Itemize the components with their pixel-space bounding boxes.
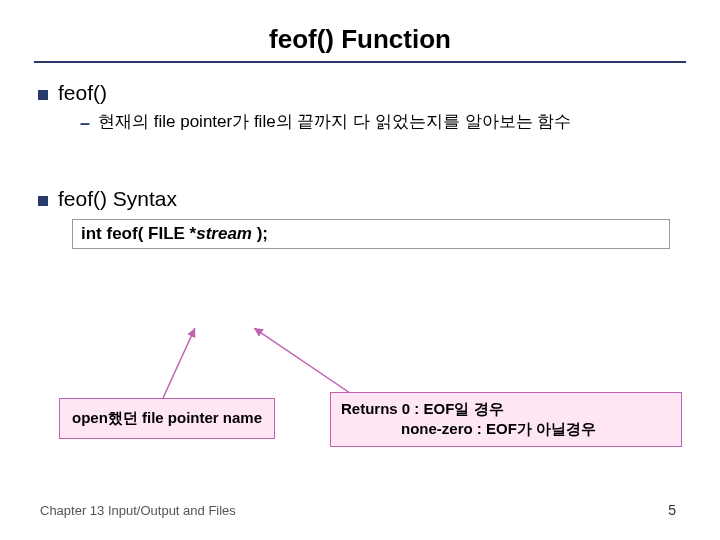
annotation-right-box: Returns 0 : EOF일 경우 none-zero : EOF가 아닐경… [330,392,682,447]
annotation-right-line1: Returns 0 : EOF일 경우 [341,399,671,419]
square-bullet-icon [38,196,48,206]
code-pre: int feof( FILE * [81,224,196,243]
section1-desc: – 현재의 file pointer가 file의 끝까지 다 읽었는지를 알아… [80,111,676,135]
code-em: stream [196,224,252,243]
section-heading-2: feof() Syntax [38,187,686,211]
section-heading-1: feof() [38,81,686,105]
code-box: int feof( FILE *stream ); [72,219,670,249]
footer-text: Chapter 13 Input/Output and Files [40,503,236,518]
square-bullet-icon [38,90,48,100]
slide: feof() Function feof() – 현재의 file pointe… [0,0,720,540]
svg-line-1 [254,328,350,393]
annotation-right-line2: none-zero : EOF가 아닐경우 [341,419,671,439]
annotation-left-text: open했던 file pointer name [72,409,262,426]
slide-title: feof() Function [34,24,686,63]
section1-desc-text: 현재의 file pointer가 file의 끝까지 다 읽었는지를 알아보는… [98,111,571,134]
section1-text: feof() [58,81,107,105]
svg-line-0 [163,328,195,398]
page-number: 5 [668,502,676,518]
dash-bullet-icon: – [80,111,90,135]
section2-text: feof() Syntax [58,187,177,211]
code-post: ); [252,224,268,243]
annotation-left-box: open했던 file pointer name [59,398,275,439]
